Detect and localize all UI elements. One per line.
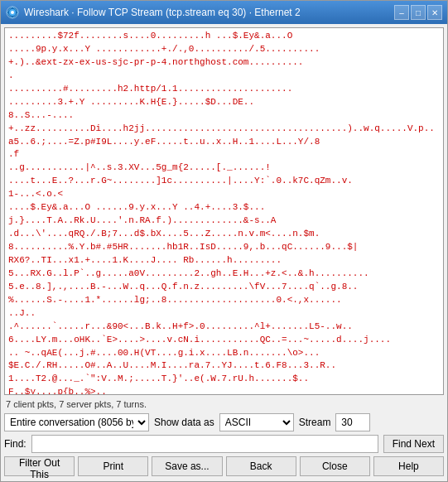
- stream-line: j.}....T.A..Rk.U....'.n.RA.f.)..........…: [8, 214, 440, 228]
- find-row: Find: Find Next: [4, 435, 444, 453]
- stream-line: ..........#.........h2.http/1.1.........…: [8, 83, 440, 96]
- stream-line: RX6?..TI...x1.+....1.K....J.... Rb......…: [8, 254, 440, 268]
- stream-line: .. ~..qAE(...j.#....00.H(VT....g.i.x....…: [8, 347, 440, 360]
- window: Wireshark · Follow TCP Stream (tcp.strea…: [0, 0, 448, 482]
- stream-line: .........$72f........s....0.........h ..…: [8, 30, 440, 43]
- find-label: Find:: [4, 438, 26, 450]
- stream-line: 8..........%.Y.b#.#5HR.......hb1R..IsD..…: [8, 241, 440, 254]
- stream-line: 5...RX.G..l.P`..g.....a0V.........2..gh.…: [8, 268, 440, 281]
- stream-line: 1-...<.o.<: [8, 188, 440, 201]
- window-controls: – □ ✕: [394, 5, 442, 20]
- stats-row: 7 client pkts, 7 server pkts, 7 turns.: [4, 398, 444, 410]
- svg-point-2: [11, 11, 14, 14]
- back-button[interactable]: Back: [226, 456, 296, 476]
- stream-line: $E.C./.RH.....O#..A..U....M.I....ra.7..Y…: [8, 359, 440, 373]
- conversation-select[interactable]: Entire conversation (8056 bytes): [4, 413, 149, 431]
- close-button[interactable]: ✕: [427, 5, 442, 20]
- find-next-button[interactable]: Find Next: [383, 435, 444, 453]
- print-button[interactable]: Print: [78, 456, 148, 476]
- stream-line: 8..S...-....: [8, 109, 440, 123]
- app-icon: [6, 6, 19, 19]
- stream-line: .........3.+.Y .........K.H{E.}.....$D..…: [8, 96, 440, 109]
- minimize-button[interactable]: –: [394, 5, 409, 20]
- data-format-select[interactable]: ASCIIHex DumpC ArraysRawYAML: [219, 413, 294, 431]
- save-as-button[interactable]: Save as...: [152, 456, 222, 476]
- stream-line: ....t...E..?...r.G~........]1c..........…: [8, 175, 440, 188]
- stream-label: Stream: [299, 417, 331, 428]
- stream-line: .^......`.....r...&90<...B.k..H+f>.0....…: [8, 321, 440, 334]
- stream-line: a5..6.;....=Z.p#I9L....y.eF.....t..u..x.…: [8, 136, 440, 149]
- stream-line: .: [8, 70, 440, 83]
- content-area: .........$72f........s....0.........h ..…: [1, 24, 447, 481]
- stream-line: F..$y....p{b..%>..: [8, 386, 440, 395]
- stream-line: .d...\'....qRQ./.B;7...d$.bX....5...Z...…: [8, 228, 440, 241]
- stream-line: 1....T2.@..._.`":V..M.;.....T.}'..e(.W.7…: [8, 373, 440, 386]
- stream-line: ....$.Ey&.a...O ......9.y.x...Y ..4.+...…: [8, 201, 440, 214]
- stream-line: ..g...........|^..s.3.XV...5g_m{2.....[.…: [8, 161, 440, 175]
- close-dialog-button[interactable]: Close: [300, 456, 370, 476]
- stream-line: +.)..&ext-zx-ex-us-sjc-pr-p-4.northghost…: [8, 56, 440, 70]
- stream-line: +..zz..........Di....h2jj...............…: [8, 123, 440, 136]
- stream-number-input[interactable]: [335, 413, 370, 431]
- title-bar: Wireshark · Follow TCP Stream (tcp.strea…: [1, 1, 447, 24]
- bottom-buttons: Filter Out This Stream Print Save as... …: [4, 456, 444, 478]
- show-data-label: Show data as: [154, 417, 214, 428]
- filter-out-button[interactable]: Filter Out This Stream: [4, 456, 75, 476]
- window-title: Wireshark · Follow TCP Stream (tcp.strea…: [24, 7, 394, 18]
- stream-line: 6....LY.m...oHK..`E>....>....v.cN.i.....…: [8, 334, 440, 347]
- stream-line: .....9p.y.x...Y ............+./.,0......…: [8, 43, 440, 56]
- stream-line: ..J..: [8, 307, 440, 321]
- find-input[interactable]: [31, 435, 378, 453]
- maximize-button[interactable]: □: [411, 5, 426, 20]
- stream-line: %......S.-....1.*......lg;..8...........…: [8, 294, 440, 307]
- help-button[interactable]: Help: [373, 456, 444, 476]
- controls-row: Entire conversation (8056 bytes) Show da…: [4, 413, 444, 431]
- stream-text-area[interactable]: .........$72f........s....0.........h ..…: [4, 27, 444, 395]
- stream-line: .f: [8, 148, 440, 161]
- stream-line: 5.e..8.],.,....B.-...W..q...Q.f.n.z.....…: [8, 281, 440, 294]
